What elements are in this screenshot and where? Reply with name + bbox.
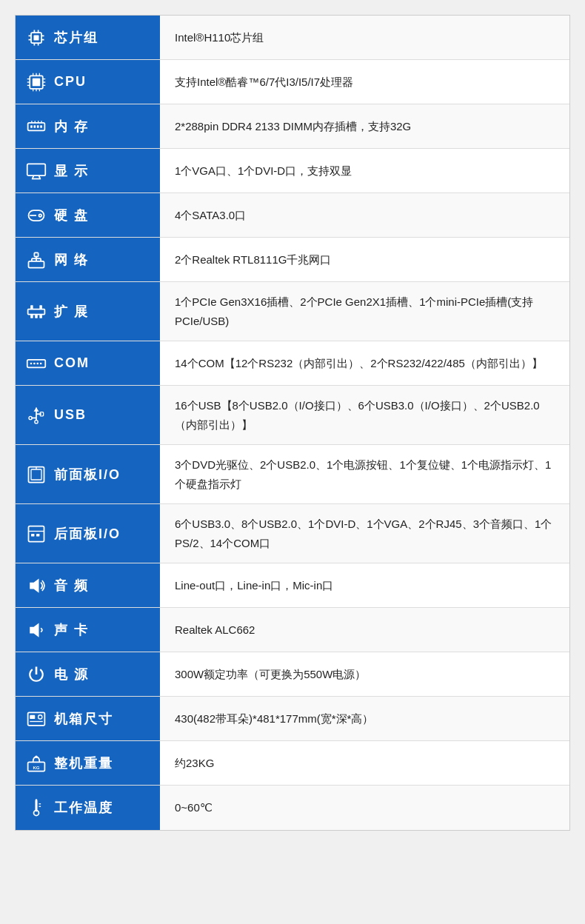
svg-point-54 bbox=[30, 362, 33, 364]
spec-label-text-memory: 内 存 bbox=[54, 118, 89, 135]
svg-rect-48 bbox=[30, 314, 33, 318]
svg-rect-71 bbox=[36, 534, 39, 537]
spec-row-display: 显 示 1个VGA口、1个DVI-D口，支持双显 bbox=[16, 149, 569, 193]
spec-value-usb: 16个USB【8个USB2.0（I/O接口）、6个USB3.0（I/O接口）、2… bbox=[160, 386, 569, 444]
network-icon bbox=[24, 250, 48, 270]
svg-rect-25 bbox=[30, 125, 33, 128]
svg-point-39 bbox=[39, 215, 41, 216]
spec-row-hdd: 硬 盘 4个SATA3.0口 bbox=[16, 193, 569, 238]
spec-row-com: COM 14个COM【12个RS232（内部引出）、2个RS232/422/48… bbox=[16, 341, 569, 386]
svg-point-55 bbox=[33, 362, 36, 364]
expansion-icon bbox=[24, 301, 48, 322]
spec-label-text-rear-io: 后面板I/O bbox=[54, 525, 121, 543]
spec-label-sound-card: 声 卡 bbox=[16, 608, 160, 652]
svg-rect-75 bbox=[28, 712, 45, 726]
spec-label-expansion: 扩 展 bbox=[16, 282, 160, 341]
temperature-icon bbox=[24, 797, 48, 818]
spec-row-temperature: 工作温度 0~60℃ bbox=[16, 786, 569, 830]
spec-label-text-com: COM bbox=[54, 355, 90, 371]
svg-rect-85 bbox=[36, 800, 38, 812]
svg-rect-1 bbox=[34, 35, 39, 40]
spec-label-hdd: 硬 盘 bbox=[16, 193, 160, 237]
sound-card-icon bbox=[24, 620, 48, 640]
usb-icon bbox=[24, 405, 48, 426]
svg-rect-28 bbox=[40, 125, 42, 128]
display-icon bbox=[24, 161, 48, 181]
spec-label-text-cpu: CPU bbox=[54, 74, 87, 90]
svg-rect-51 bbox=[30, 305, 33, 309]
spec-value-memory: 2*288pin DDR4 2133 DIMM内存插槽，支持32G bbox=[160, 104, 569, 148]
spec-label-text-temperature: 工作温度 bbox=[54, 799, 113, 817]
svg-text:KG: KG bbox=[33, 764, 39, 769]
spec-row-weight: KG 整机重量 约23KG bbox=[16, 741, 569, 786]
spec-value-network: 2个Realtek RTL8111G千兆网口 bbox=[160, 238, 569, 281]
spec-row-power: 电 源 300W额定功率（可更换为550W电源） bbox=[16, 652, 569, 697]
com-icon bbox=[24, 353, 48, 374]
spec-label-memory: 内 存 bbox=[16, 104, 160, 148]
cpu-icon bbox=[24, 72, 48, 93]
spec-value-audio: Line-out口，Line-in口，Mic-in口 bbox=[160, 563, 569, 607]
spec-label-text-audio: 音 频 bbox=[54, 577, 89, 595]
rear-io-icon bbox=[24, 523, 48, 544]
spec-label-text-expansion: 扩 展 bbox=[54, 303, 89, 321]
spec-row-usb: USB 16个USB【8个USB2.0（I/O接口）、6个USB3.0（I/O接… bbox=[16, 386, 569, 445]
spec-row-chipset: 芯片组 Intel®H110芯片组 bbox=[16, 16, 569, 60]
spec-value-cpu: 支持Intel®酷睿™6/7代I3/I5/I7处理器 bbox=[160, 60, 569, 104]
spec-label-network: 网 络 bbox=[16, 238, 160, 281]
spec-value-temperature: 0~60℃ bbox=[160, 786, 569, 830]
spec-label-text-sound-card: 声 卡 bbox=[54, 621, 89, 639]
svg-rect-47 bbox=[28, 309, 45, 314]
front-io-icon bbox=[24, 464, 48, 485]
spec-label-cpu: CPU bbox=[16, 60, 160, 104]
spec-row-rear-io: 后面板I/O 6个USB3.0、8个USB2.0、1个DVI-D、1个VGA、2… bbox=[16, 504, 569, 563]
svg-point-77 bbox=[39, 714, 42, 718]
svg-rect-27 bbox=[37, 125, 39, 128]
spec-row-expansion: 扩 展 1个PCIe Gen3X16插槽、2个PCIe Gen2X1插槽、1个m… bbox=[16, 282, 569, 341]
svg-rect-41 bbox=[29, 261, 44, 267]
spec-label-rear-io: 后面板I/O bbox=[16, 504, 160, 563]
spec-value-expansion: 1个PCIe Gen3X16插槽、2个PCIe Gen2X1插槽、1个mini-… bbox=[160, 282, 569, 341]
spec-label-usb: USB bbox=[16, 386, 160, 444]
svg-marker-73 bbox=[30, 623, 39, 637]
spec-label-power: 电 源 bbox=[16, 652, 160, 696]
svg-rect-53 bbox=[27, 359, 46, 367]
spec-label-text-usb: USB bbox=[54, 407, 87, 423]
svg-rect-61 bbox=[40, 412, 43, 415]
svg-rect-33 bbox=[27, 164, 46, 175]
spec-row-cpu: CPU 支持Intel®酷睿™6/7代I3/I5/I7处理器 bbox=[16, 60, 569, 104]
spec-label-text-chassis: 机箱尺寸 bbox=[54, 710, 113, 728]
svg-marker-59 bbox=[34, 407, 39, 411]
svg-marker-72 bbox=[30, 578, 39, 592]
spec-label-text-network: 网 络 bbox=[54, 251, 89, 269]
svg-rect-49 bbox=[35, 314, 38, 318]
svg-rect-52 bbox=[39, 305, 42, 309]
spec-value-front-io: 3个DVD光驱位、2个USB2.0、1个电源按钮、1个复位键、1个电源指示灯、1… bbox=[160, 445, 569, 503]
chipset-icon bbox=[24, 27, 48, 48]
spec-value-rear-io: 6个USB3.0、8个USB2.0、1个DVI-D、1个VGA、2个RJ45、3… bbox=[160, 504, 569, 563]
spec-label-text-weight: 整机重量 bbox=[54, 754, 113, 772]
spec-label-text-hdd: 硬 盘 bbox=[54, 207, 89, 224]
spec-row-sound-card: 声 卡 Realtek ALC662 bbox=[16, 608, 569, 652]
spec-value-hdd: 4个SATA3.0口 bbox=[160, 193, 569, 237]
spec-label-text-chipset: 芯片组 bbox=[54, 29, 98, 47]
spec-value-sound-card: Realtek ALC662 bbox=[160, 608, 569, 652]
chassis-icon bbox=[24, 709, 48, 729]
spec-label-com: COM bbox=[16, 341, 160, 385]
spec-label-text-front-io: 前面板I/O bbox=[54, 466, 121, 483]
svg-point-80 bbox=[35, 755, 38, 758]
svg-point-57 bbox=[40, 362, 42, 364]
svg-rect-76 bbox=[30, 714, 35, 718]
svg-rect-50 bbox=[39, 314, 42, 318]
svg-point-56 bbox=[36, 362, 39, 364]
spec-label-weight: KG 整机重量 bbox=[16, 741, 160, 785]
svg-rect-66 bbox=[31, 469, 41, 480]
spec-row-network: 网 络 2个Realtek RTL8111G千兆网口 bbox=[16, 238, 569, 282]
svg-point-64 bbox=[35, 420, 38, 423]
svg-rect-11 bbox=[33, 78, 41, 86]
svg-rect-24 bbox=[28, 122, 45, 130]
svg-rect-26 bbox=[34, 125, 36, 128]
svg-rect-70 bbox=[31, 534, 34, 537]
spec-label-display: 显 示 bbox=[16, 149, 160, 192]
spec-row-front-io: 前面板I/O 3个DVD光驱位、2个USB2.0、1个电源按钮、1个复位键、1个… bbox=[16, 445, 569, 504]
spec-label-front-io: 前面板I/O bbox=[16, 445, 160, 503]
